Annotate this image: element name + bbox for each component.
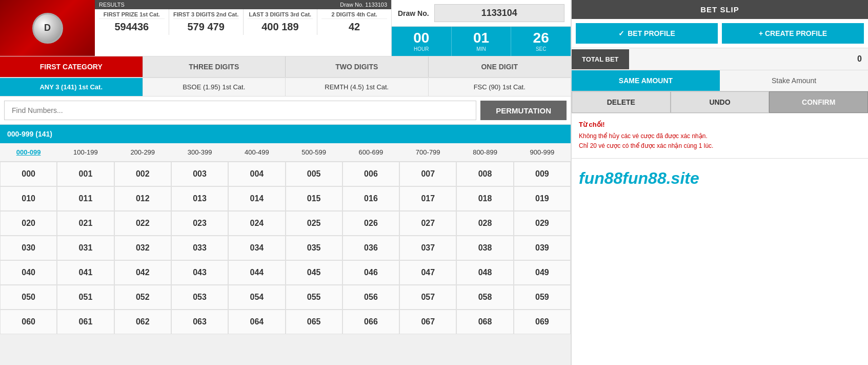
- number-cell[interactable]: 011: [57, 186, 114, 211]
- number-cell[interactable]: 009: [514, 162, 571, 186]
- same-amount-button[interactable]: SAME AMOUNT: [572, 70, 720, 91]
- timer-sec: 26 SEC: [511, 27, 571, 56]
- number-cell[interactable]: 017: [399, 186, 456, 211]
- number-cell[interactable]: 040: [0, 260, 57, 285]
- number-cell[interactable]: 018: [456, 186, 513, 211]
- sub-tab-remth[interactable]: REMTH (4.5) 1st Cat.: [286, 78, 429, 96]
- number-cell[interactable]: 013: [171, 186, 228, 211]
- confirm-button[interactable]: CONFIRM: [769, 91, 868, 113]
- number-cell[interactable]: 022: [114, 211, 171, 236]
- number-cell[interactable]: 043: [171, 260, 228, 285]
- number-cell[interactable]: 032: [114, 236, 171, 260]
- number-cell[interactable]: 028: [456, 211, 513, 236]
- number-cell[interactable]: 007: [399, 162, 456, 186]
- number-cell[interactable]: 000: [0, 162, 57, 186]
- range-300-399[interactable]: 300-399: [171, 146, 228, 158]
- number-cell[interactable]: 037: [399, 236, 456, 260]
- number-cell[interactable]: 001: [57, 162, 114, 186]
- search-input[interactable]: [4, 101, 476, 120]
- number-cell[interactable]: 002: [114, 162, 171, 186]
- sub-tab-fsc[interactable]: FSC (90) 1st Cat.: [429, 78, 571, 96]
- range-500-599[interactable]: 500-599: [285, 146, 342, 158]
- bet-profile-button[interactable]: ✓ BET PROFILE: [576, 23, 718, 44]
- number-cell[interactable]: 016: [342, 186, 399, 211]
- number-cell[interactable]: 025: [286, 211, 342, 236]
- number-cell[interactable]: 021: [57, 211, 114, 236]
- number-cell[interactable]: 053: [171, 285, 228, 310]
- number-cell[interactable]: 063: [171, 310, 228, 334]
- number-cell[interactable]: 054: [228, 285, 285, 310]
- number-cell[interactable]: 015: [286, 186, 342, 211]
- permutation-button[interactable]: PERMUTATION: [480, 101, 567, 120]
- sub-tab-bsoe[interactable]: BSOE (1.95) 1st Cat.: [143, 78, 286, 96]
- number-cell[interactable]: 064: [228, 310, 285, 334]
- number-cell[interactable]: 048: [456, 260, 513, 285]
- number-cell[interactable]: 004: [228, 162, 285, 186]
- number-cell[interactable]: 019: [514, 186, 571, 211]
- number-cell[interactable]: 061: [57, 310, 114, 334]
- tab-first-category[interactable]: FIRST CATEGORY: [0, 56, 143, 77]
- number-cell[interactable]: 066: [342, 310, 399, 334]
- number-cell[interactable]: 038: [456, 236, 513, 260]
- number-cell[interactable]: 008: [456, 162, 513, 186]
- tab-three-digits[interactable]: THREE DIGITS: [143, 56, 286, 77]
- number-cell[interactable]: 003: [171, 162, 228, 186]
- number-cell[interactable]: 006: [342, 162, 399, 186]
- range-bar: 000-999 (141): [0, 125, 571, 143]
- number-cell[interactable]: 039: [514, 236, 571, 260]
- number-cell[interactable]: 023: [171, 211, 228, 236]
- number-cell[interactable]: 042: [114, 260, 171, 285]
- number-cell[interactable]: 041: [57, 260, 114, 285]
- timer-sec-label: SEC: [513, 46, 569, 52]
- number-cell[interactable]: 047: [399, 260, 456, 285]
- number-cell[interactable]: 035: [286, 236, 342, 260]
- number-cell[interactable]: 012: [114, 186, 171, 211]
- number-cell[interactable]: 057: [399, 285, 456, 310]
- number-cell[interactable]: 051: [57, 285, 114, 310]
- number-cell[interactable]: 027: [399, 211, 456, 236]
- number-cell[interactable]: 046: [342, 260, 399, 285]
- number-cell[interactable]: 056: [342, 285, 399, 310]
- number-cell[interactable]: 020: [0, 211, 57, 236]
- range-000-099[interactable]: 000-099: [0, 146, 57, 158]
- range-700-799[interactable]: 700-799: [399, 146, 456, 158]
- number-cell[interactable]: 005: [286, 162, 342, 186]
- number-cell[interactable]: 045: [286, 260, 342, 285]
- number-cell[interactable]: 034: [228, 236, 285, 260]
- number-cell[interactable]: 052: [114, 285, 171, 310]
- range-800-899[interactable]: 800-899: [456, 146, 513, 158]
- number-cell[interactable]: 044: [228, 260, 285, 285]
- range-400-499[interactable]: 400-499: [228, 146, 285, 158]
- number-cell[interactable]: 058: [456, 285, 513, 310]
- range-900-999[interactable]: 900-999: [514, 146, 571, 158]
- number-cell[interactable]: 049: [514, 260, 571, 285]
- range-600-699[interactable]: 600-699: [342, 146, 399, 158]
- number-cell[interactable]: 050: [0, 285, 57, 310]
- number-cell[interactable]: 059: [514, 285, 571, 310]
- tab-two-digits[interactable]: TWO DIGITS: [286, 56, 429, 77]
- number-cell[interactable]: 026: [342, 211, 399, 236]
- number-cell[interactable]: 065: [286, 310, 342, 334]
- number-cell[interactable]: 030: [0, 236, 57, 260]
- number-cell[interactable]: 062: [114, 310, 171, 334]
- create-profile-button[interactable]: + CREATE PROFILE: [722, 23, 864, 44]
- number-cell[interactable]: 060: [0, 310, 57, 334]
- number-cell[interactable]: 014: [228, 186, 285, 211]
- delete-button[interactable]: DELETE: [572, 91, 671, 113]
- number-cell[interactable]: 067: [399, 310, 456, 334]
- undo-button[interactable]: UNDO: [671, 91, 770, 113]
- sub-tab-any3[interactable]: ANY 3 (141) 1st Cat.: [0, 78, 143, 96]
- number-cell[interactable]: 055: [286, 285, 342, 310]
- timer-sec-value: 26: [513, 31, 569, 45]
- number-cell[interactable]: 024: [228, 211, 285, 236]
- number-cell[interactable]: 068: [456, 310, 513, 334]
- number-cell[interactable]: 029: [514, 211, 571, 236]
- number-cell[interactable]: 010: [0, 186, 57, 211]
- tab-one-digit[interactable]: ONE DIGIT: [429, 56, 571, 77]
- range-200-299[interactable]: 200-299: [114, 146, 171, 158]
- number-cell[interactable]: 069: [514, 310, 571, 334]
- number-cell[interactable]: 033: [171, 236, 228, 260]
- range-100-199[interactable]: 100-199: [57, 146, 114, 158]
- number-cell[interactable]: 031: [57, 236, 114, 260]
- number-cell[interactable]: 036: [342, 236, 399, 260]
